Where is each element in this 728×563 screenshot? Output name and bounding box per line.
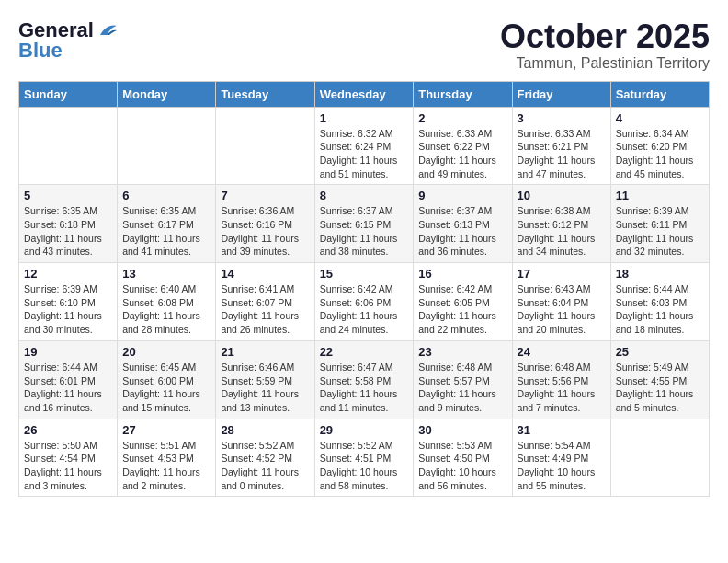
day-number: 19 <box>24 345 112 359</box>
title-block: October 2025 Tammun, Palestinian Territo… <box>500 18 710 72</box>
calendar-cell: 28Sunrise: 5:52 AM Sunset: 4:52 PM Dayli… <box>216 419 314 497</box>
day-info: Sunrise: 5:54 AM Sunset: 4:49 PM Dayligh… <box>518 439 606 493</box>
calendar-cell: 6Sunrise: 6:35 AM Sunset: 6:17 PM Daylig… <box>118 185 216 263</box>
day-info: Sunrise: 6:37 AM Sunset: 6:13 PM Dayligh… <box>418 204 506 259</box>
day-info: Sunrise: 6:33 AM Sunset: 6:22 PM Dayligh… <box>418 127 506 181</box>
calendar-cell: 5Sunrise: 6:35 AM Sunset: 6:18 PM Daylig… <box>19 185 118 263</box>
logo-blue-text: Blue <box>18 39 63 63</box>
day-number: 7 <box>221 189 309 202</box>
calendar-cell: 19Sunrise: 6:44 AM Sunset: 6:01 PM Dayli… <box>19 340 118 419</box>
calendar-row-2: 12Sunrise: 6:39 AM Sunset: 6:10 PM Dayli… <box>19 263 710 341</box>
calendar-row-3: 19Sunrise: 6:44 AM Sunset: 6:01 PM Dayli… <box>19 340 710 419</box>
day-number: 16 <box>418 267 506 281</box>
day-number: 8 <box>320 189 409 202</box>
day-number: 21 <box>221 345 309 359</box>
calendar-cell: 2Sunrise: 6:33 AM Sunset: 6:22 PM Daylig… <box>414 107 512 185</box>
day-number: 9 <box>418 189 506 202</box>
day-number: 15 <box>320 267 409 281</box>
calendar-cell: 3Sunrise: 6:33 AM Sunset: 6:21 PM Daylig… <box>512 107 610 185</box>
day-info: Sunrise: 5:50 AM Sunset: 4:54 PM Dayligh… <box>24 439 112 493</box>
calendar-cell: 10Sunrise: 6:38 AM Sunset: 6:12 PM Dayli… <box>512 185 610 263</box>
calendar-cell: 25Sunrise: 5:49 AM Sunset: 4:55 PM Dayli… <box>610 340 709 419</box>
day-number: 5 <box>24 189 112 202</box>
calendar-cell: 27Sunrise: 5:51 AM Sunset: 4:53 PM Dayli… <box>118 419 216 497</box>
day-info: Sunrise: 5:51 AM Sunset: 4:53 PM Dayligh… <box>122 439 210 493</box>
calendar-cell: 30Sunrise: 5:53 AM Sunset: 4:50 PM Dayli… <box>414 419 512 497</box>
day-info: Sunrise: 5:53 AM Sunset: 4:50 PM Dayligh… <box>418 439 506 493</box>
calendar-row-1: 5Sunrise: 6:35 AM Sunset: 6:18 PM Daylig… <box>19 185 710 263</box>
calendar-table: SundayMondayTuesdayWednesdayThursdayFrid… <box>18 81 710 498</box>
day-number: 23 <box>418 345 506 359</box>
calendar-cell: 9Sunrise: 6:37 AM Sunset: 6:13 PM Daylig… <box>414 185 512 263</box>
day-info: Sunrise: 6:40 AM Sunset: 6:08 PM Dayligh… <box>122 282 210 337</box>
calendar-cell: 4Sunrise: 6:34 AM Sunset: 6:20 PM Daylig… <box>610 107 709 185</box>
day-number: 17 <box>518 267 606 281</box>
page-header: General Blue October 2025 Tammun, Palest… <box>18 18 710 72</box>
day-info: Sunrise: 5:52 AM Sunset: 4:52 PM Dayligh… <box>221 439 309 493</box>
calendar-cell: 26Sunrise: 5:50 AM Sunset: 4:54 PM Dayli… <box>19 419 118 497</box>
day-info: Sunrise: 6:44 AM Sunset: 6:01 PM Dayligh… <box>24 361 112 415</box>
day-info: Sunrise: 6:39 AM Sunset: 6:10 PM Dayligh… <box>24 282 112 337</box>
calendar-cell: 11Sunrise: 6:39 AM Sunset: 6:11 PM Dayli… <box>610 185 709 263</box>
day-number: 31 <box>518 423 606 437</box>
day-info: Sunrise: 6:39 AM Sunset: 6:11 PM Dayligh… <box>616 204 704 259</box>
day-number: 4 <box>616 111 704 125</box>
calendar-cell: 16Sunrise: 6:42 AM Sunset: 6:05 PM Dayli… <box>414 263 512 341</box>
day-info: Sunrise: 6:45 AM Sunset: 6:00 PM Dayligh… <box>122 361 210 415</box>
day-info: Sunrise: 6:34 AM Sunset: 6:20 PM Dayligh… <box>616 127 704 181</box>
day-info: Sunrise: 6:43 AM Sunset: 6:04 PM Dayligh… <box>518 282 606 337</box>
calendar-cell: 21Sunrise: 6:46 AM Sunset: 5:59 PM Dayli… <box>216 340 314 419</box>
day-number: 20 <box>122 345 210 359</box>
day-number: 2 <box>418 111 506 125</box>
header-sunday: Sunday <box>19 81 118 107</box>
day-number: 24 <box>518 345 606 359</box>
day-info: Sunrise: 6:44 AM Sunset: 6:03 PM Dayligh… <box>616 282 704 337</box>
day-number: 27 <box>122 423 210 437</box>
calendar-row-0: 1Sunrise: 6:32 AM Sunset: 6:24 PM Daylig… <box>19 107 710 185</box>
day-number: 14 <box>221 267 309 281</box>
day-number: 29 <box>320 423 409 437</box>
logo: General Blue <box>18 18 117 63</box>
day-info: Sunrise: 6:38 AM Sunset: 6:12 PM Dayligh… <box>518 204 606 259</box>
day-number: 18 <box>616 267 704 281</box>
day-info: Sunrise: 6:36 AM Sunset: 6:16 PM Dayligh… <box>221 204 309 259</box>
day-info: Sunrise: 6:46 AM Sunset: 5:59 PM Dayligh… <box>221 361 309 415</box>
day-number: 12 <box>24 267 112 281</box>
calendar-cell: 1Sunrise: 6:32 AM Sunset: 6:24 PM Daylig… <box>314 107 414 185</box>
day-info: Sunrise: 6:35 AM Sunset: 6:17 PM Dayligh… <box>122 204 210 259</box>
calendar-cell: 18Sunrise: 6:44 AM Sunset: 6:03 PM Dayli… <box>610 263 709 341</box>
calendar-cell <box>19 107 118 185</box>
day-number: 26 <box>24 423 112 437</box>
header-monday: Monday <box>118 81 216 107</box>
header-saturday: Saturday <box>610 81 709 107</box>
calendar-cell: 23Sunrise: 6:48 AM Sunset: 5:57 PM Dayli… <box>414 340 512 419</box>
calendar-cell: 7Sunrise: 6:36 AM Sunset: 6:16 PM Daylig… <box>216 185 314 263</box>
logo-bird-icon <box>97 22 117 39</box>
day-info: Sunrise: 5:52 AM Sunset: 4:51 PM Dayligh… <box>320 439 409 493</box>
day-number: 10 <box>518 189 606 202</box>
day-number: 3 <box>518 111 606 125</box>
day-info: Sunrise: 6:33 AM Sunset: 6:21 PM Dayligh… <box>518 127 606 181</box>
calendar-cell: 31Sunrise: 5:54 AM Sunset: 4:49 PM Dayli… <box>512 419 610 497</box>
day-info: Sunrise: 6:37 AM Sunset: 6:15 PM Dayligh… <box>320 204 409 259</box>
calendar-cell <box>610 419 709 497</box>
calendar-cell: 22Sunrise: 6:47 AM Sunset: 5:58 PM Dayli… <box>314 340 414 419</box>
calendar-cell: 8Sunrise: 6:37 AM Sunset: 6:15 PM Daylig… <box>314 185 414 263</box>
month-title: October 2025 <box>500 18 710 55</box>
day-number: 13 <box>122 267 210 281</box>
day-number: 6 <box>122 189 210 202</box>
day-info: Sunrise: 6:35 AM Sunset: 6:18 PM Dayligh… <box>24 204 112 259</box>
day-number: 30 <box>418 423 506 437</box>
calendar-row-4: 26Sunrise: 5:50 AM Sunset: 4:54 PM Dayli… <box>19 419 710 497</box>
day-number: 22 <box>320 345 409 359</box>
day-info: Sunrise: 6:48 AM Sunset: 5:57 PM Dayligh… <box>418 361 506 415</box>
header-thursday: Thursday <box>414 81 512 107</box>
day-number: 28 <box>221 423 309 437</box>
day-info: Sunrise: 6:41 AM Sunset: 6:07 PM Dayligh… <box>221 282 309 337</box>
calendar-header-row: SundayMondayTuesdayWednesdayThursdayFrid… <box>19 81 710 107</box>
day-number: 25 <box>616 345 704 359</box>
day-info: Sunrise: 6:42 AM Sunset: 6:05 PM Dayligh… <box>418 282 506 337</box>
day-number: 1 <box>320 111 409 125</box>
calendar-cell: 24Sunrise: 6:48 AM Sunset: 5:56 PM Dayli… <box>512 340 610 419</box>
day-info: Sunrise: 6:32 AM Sunset: 6:24 PM Dayligh… <box>320 127 409 181</box>
